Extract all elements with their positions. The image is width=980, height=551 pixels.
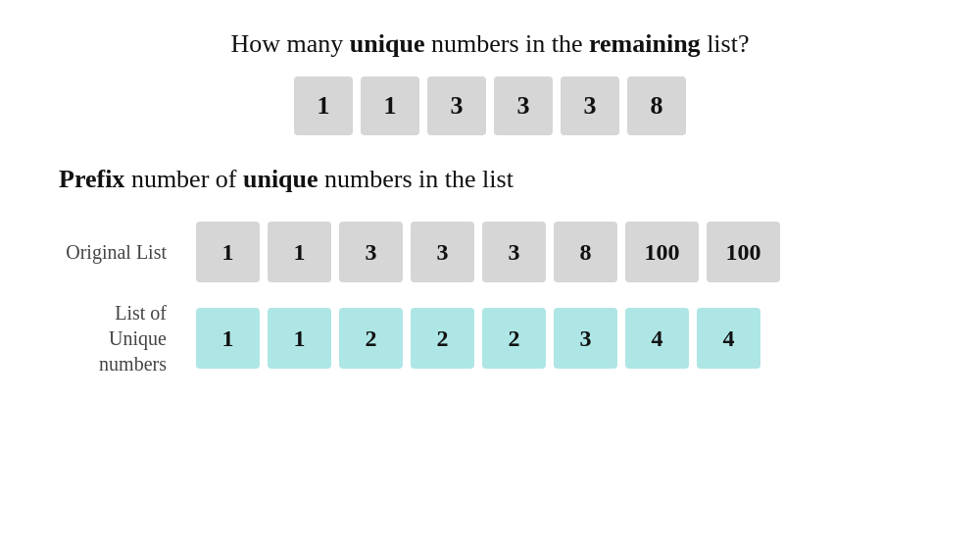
original-list-boxes: 113338100100 [196,222,780,282]
prefix-section: Prefix number of unique numbers in the l… [59,165,921,394]
original-list-box: 100 [707,222,780,282]
original-list-row: Original List 113338100100 [59,222,921,282]
prefix-title: Prefix number of unique numbers in the l… [59,165,921,194]
unique-list-box: 4 [697,308,760,369]
unique-list-row: List of Unique numbers 11222344 [59,300,921,376]
unique-list-box: 3 [554,308,617,369]
unique-list-label: List of Unique numbers [59,300,196,376]
original-list-box: 1 [196,222,260,282]
original-list-box: 3 [482,222,546,282]
question-number-box: 1 [361,76,419,135]
original-list-box: 100 [625,222,699,282]
question-number-row: 113338 [294,76,686,135]
question-number-box: 1 [294,76,353,135]
unique-list-boxes: 11222344 [196,308,760,369]
original-list-box: 8 [554,222,617,282]
question-number-box: 3 [494,76,553,135]
unique-list-box: 1 [268,308,331,369]
unique-list-box: 1 [196,308,260,369]
original-list-box: 1 [268,222,331,282]
question-section: How many unique numbers in the remaining… [59,29,921,135]
page: How many unique numbers in the remaining… [0,0,980,551]
unique-list-box: 2 [339,308,403,369]
unique-list-box: 2 [411,308,474,369]
original-list-box: 3 [339,222,403,282]
question-number-box: 3 [561,76,619,135]
unique-list-box: 4 [625,308,689,369]
original-list-box: 3 [411,222,474,282]
unique-list-box: 2 [482,308,546,369]
question-number-box: 8 [627,76,686,135]
question-number-box: 3 [427,76,486,135]
original-list-label: Original List [59,239,196,265]
question-text: How many unique numbers in the remaining… [231,29,750,59]
